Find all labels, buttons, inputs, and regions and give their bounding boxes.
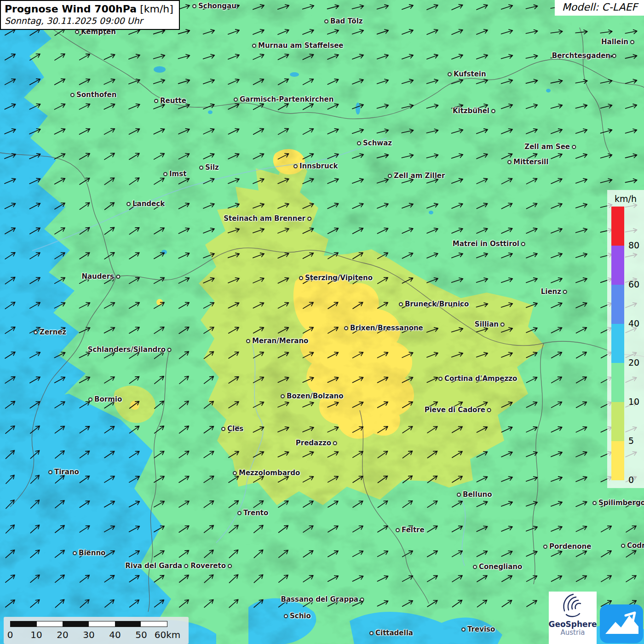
legend-tick: 40 [628, 318, 639, 328]
scalebar-tick: 20 [57, 629, 68, 640]
legend-segment [611, 441, 624, 480]
legend-segment [611, 246, 624, 285]
map-canvas [0, 0, 644, 644]
terrain-shading [0, 0, 644, 644]
map-title: Prognose Wind 700hPa [km/h] [5, 3, 173, 15]
scalebar-cell [63, 621, 89, 627]
scalebar-cell [115, 621, 141, 627]
legend-segment [611, 363, 624, 402]
legend-title: km/h [607, 194, 644, 204]
legend-tick: 0 [628, 475, 634, 485]
scalebar-cell [37, 621, 63, 627]
scalebar-tick: 50 [135, 629, 147, 640]
legend-bar [611, 207, 624, 480]
model-label: Modell: C-LAEF [555, 0, 644, 16]
scalebar-tick: 40 [109, 629, 121, 640]
scalebar-tick: 60km [155, 629, 181, 640]
scalebar-cell [141, 621, 167, 627]
scalebar-cell [11, 621, 37, 627]
geosphere-logo-box: GeoSphere Austria [549, 592, 597, 644]
scalebar-tick: 10 [30, 629, 42, 640]
scalebar-tick: 0 [7, 629, 13, 640]
logo-sub: Austria [561, 629, 585, 637]
legend-segment [611, 402, 624, 441]
legend-tick: 10 [628, 397, 639, 407]
title-parameter: Prognose Wind 700hPa [5, 3, 137, 15]
geosphere-blue-mark [599, 604, 644, 644]
legend-segment [611, 285, 624, 324]
title-unit: [km/h] [137, 3, 173, 15]
scalebar-cell [89, 621, 115, 627]
distance-scalebar: 0102030405060km [4, 617, 189, 644]
legend-segment [611, 207, 624, 246]
legend-tick: 80 [628, 240, 639, 250]
valid-time: Sonntag, 30.11.2025 09:00 Uhr [5, 16, 173, 26]
legend-tick: 60 [628, 279, 639, 289]
color-legend: km/h 806040201050 [607, 190, 644, 488]
geosphere-spiral-icon [559, 592, 586, 619]
scalebar-tick: 30 [83, 629, 94, 640]
scalebar-bar [10, 621, 167, 627]
logo-name: GeoSphere [548, 620, 597, 629]
legend-tick: 5 [628, 436, 634, 446]
legend-segment [611, 324, 624, 363]
legend-tick: 20 [628, 357, 639, 368]
wind-forecast-map: SchongauBad TölzKemptenMurnau am Staffel… [0, 0, 644, 644]
title-box: Prognose Wind 700hPa [km/h] Sonntag, 30.… [0, 0, 180, 30]
